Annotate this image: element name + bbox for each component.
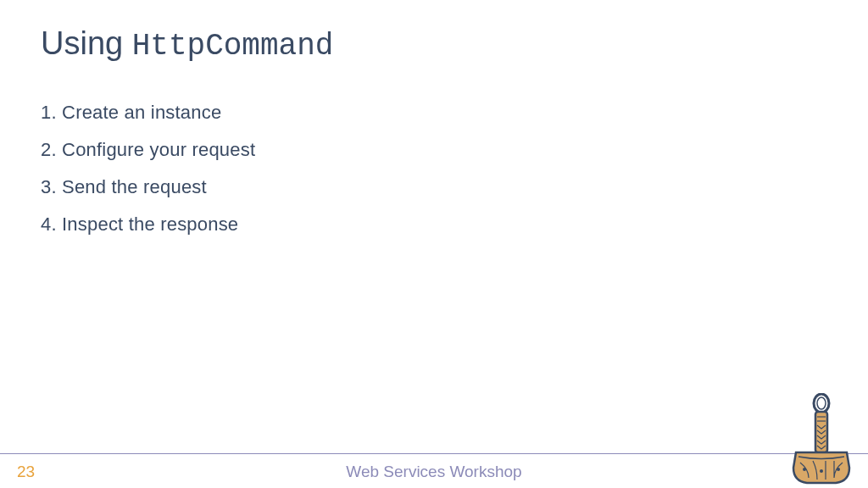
svg-point-1 bbox=[817, 397, 826, 409]
title-prefix: Using bbox=[41, 25, 132, 61]
steps-list: 1. Create an instance 2. Configure your … bbox=[41, 102, 255, 251]
svg-point-5 bbox=[803, 468, 806, 471]
list-item: 3. Send the request bbox=[41, 176, 255, 198]
list-item: 1. Create an instance bbox=[41, 102, 255, 124]
footer-title: Web Services Workshop bbox=[0, 463, 868, 481]
list-item: 2. Configure your request bbox=[41, 139, 255, 161]
thor-hammer-icon bbox=[792, 393, 851, 486]
title-command: HttpCommand bbox=[132, 29, 334, 64]
svg-point-7 bbox=[837, 468, 840, 471]
list-item: 4. Inspect the response bbox=[41, 214, 255, 236]
slide-title: Using HttpCommand bbox=[41, 25, 333, 64]
footer-divider bbox=[0, 453, 868, 454]
svg-point-6 bbox=[820, 469, 823, 473]
